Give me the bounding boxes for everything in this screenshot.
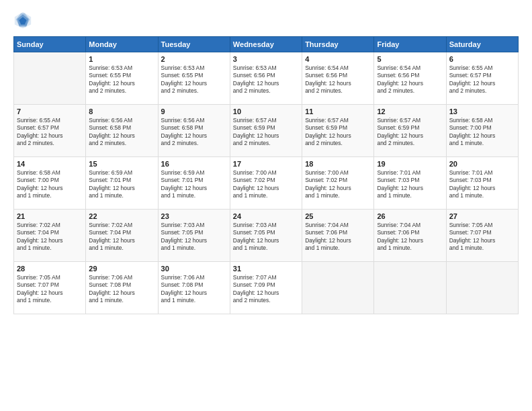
week-row-3: 14Sunrise: 6:58 AM Sunset: 7:00 PM Dayli… [14, 157, 519, 210]
cell-info: Sunrise: 6:55 AM Sunset: 6:57 PM Dayligh… [17, 117, 83, 148]
day-header-monday: Monday [86, 37, 158, 52]
week-row-1: 1Sunrise: 6:53 AM Sunset: 6:55 PM Daylig… [14, 52, 519, 105]
day-number: 7 [17, 107, 83, 116]
cell-info: Sunrise: 7:05 AM Sunset: 7:07 PM Dayligh… [449, 222, 515, 253]
day-number: 4 [305, 55, 371, 63]
day-number: 10 [233, 107, 299, 116]
day-number: 8 [89, 107, 154, 116]
calendar-cell: 27Sunrise: 7:05 AM Sunset: 7:07 PM Dayli… [446, 210, 518, 262]
day-number: 19 [377, 160, 443, 168]
day-number: 28 [17, 265, 83, 273]
week-row-2: 7Sunrise: 6:55 AM Sunset: 6:57 PM Daylig… [14, 105, 519, 157]
week-row-4: 21Sunrise: 7:02 AM Sunset: 7:04 PM Dayli… [14, 210, 519, 262]
cell-info: Sunrise: 6:58 AM Sunset: 7:00 PM Dayligh… [17, 169, 83, 200]
calendar-cell [374, 262, 446, 314]
calendar-cell: 2Sunrise: 6:53 AM Sunset: 6:55 PM Daylig… [158, 52, 230, 105]
calendar-cell: 22Sunrise: 7:02 AM Sunset: 7:04 PM Dayli… [86, 210, 158, 262]
day-header-saturday: Saturday [446, 37, 518, 52]
day-number: 16 [161, 160, 227, 168]
day-number: 13 [449, 107, 515, 116]
day-header-wednesday: Wednesday [230, 37, 302, 52]
calendar-cell: 7Sunrise: 6:55 AM Sunset: 6:57 PM Daylig… [14, 105, 86, 157]
calendar-cell: 24Sunrise: 7:03 AM Sunset: 7:05 PM Dayli… [230, 210, 302, 262]
days-header-row: SundayMondayTuesdayWednesdayThursdayFrid… [14, 37, 519, 52]
day-number: 15 [89, 160, 154, 168]
cell-info: Sunrise: 6:54 AM Sunset: 6:56 PM Dayligh… [377, 64, 443, 95]
cell-info: Sunrise: 7:06 AM Sunset: 7:08 PM Dayligh… [161, 274, 227, 305]
week-row-5: 28Sunrise: 7:05 AM Sunset: 7:07 PM Dayli… [14, 262, 519, 314]
day-number: 3 [233, 55, 299, 63]
calendar-cell: 4Sunrise: 6:54 AM Sunset: 6:56 PM Daylig… [302, 52, 374, 105]
calendar-cell: 26Sunrise: 7:04 AM Sunset: 7:06 PM Dayli… [374, 210, 446, 262]
day-header-thursday: Thursday [302, 37, 374, 52]
day-header-sunday: Sunday [14, 37, 86, 52]
cell-info: Sunrise: 6:54 AM Sunset: 6:56 PM Dayligh… [305, 64, 371, 95]
day-number: 22 [89, 212, 154, 220]
day-number: 21 [17, 212, 83, 220]
calendar-cell: 14Sunrise: 6:58 AM Sunset: 7:00 PM Dayli… [14, 157, 86, 210]
logo-icon [13, 11, 32, 30]
logo [13, 11, 35, 30]
day-number: 18 [305, 160, 371, 168]
cell-info: Sunrise: 6:53 AM Sunset: 6:55 PM Dayligh… [89, 64, 154, 95]
page: SundayMondayTuesdayWednesdayThursdayFrid… [0, 0, 532, 411]
cell-info: Sunrise: 7:03 AM Sunset: 7:05 PM Dayligh… [233, 222, 299, 253]
cell-info: Sunrise: 7:03 AM Sunset: 7:05 PM Dayligh… [161, 222, 227, 253]
day-number: 24 [233, 212, 299, 220]
cell-info: Sunrise: 6:55 AM Sunset: 6:57 PM Dayligh… [449, 64, 515, 95]
day-number: 29 [89, 265, 154, 273]
cell-info: Sunrise: 6:58 AM Sunset: 7:00 PM Dayligh… [449, 117, 515, 148]
day-number: 6 [449, 55, 515, 63]
day-number: 20 [449, 160, 515, 168]
calendar-cell: 28Sunrise: 7:05 AM Sunset: 7:07 PM Dayli… [14, 262, 86, 314]
calendar-cell: 11Sunrise: 6:57 AM Sunset: 6:59 PM Dayli… [302, 105, 374, 157]
day-number: 5 [377, 55, 443, 63]
calendar-cell [302, 262, 374, 314]
day-number: 31 [233, 265, 299, 273]
cell-info: Sunrise: 6:57 AM Sunset: 6:59 PM Dayligh… [377, 117, 443, 148]
day-header-tuesday: Tuesday [158, 37, 230, 52]
day-number: 9 [161, 107, 227, 116]
calendar-cell: 13Sunrise: 6:58 AM Sunset: 7:00 PM Dayli… [446, 105, 518, 157]
calendar-cell: 3Sunrise: 6:53 AM Sunset: 6:56 PM Daylig… [230, 52, 302, 105]
calendar-cell: 19Sunrise: 7:01 AM Sunset: 7:03 PM Dayli… [374, 157, 446, 210]
cell-info: Sunrise: 7:01 AM Sunset: 7:03 PM Dayligh… [377, 169, 443, 200]
calendar-cell [14, 52, 86, 105]
cell-info: Sunrise: 7:00 AM Sunset: 7:02 PM Dayligh… [305, 169, 371, 200]
calendar-cell: 21Sunrise: 7:02 AM Sunset: 7:04 PM Dayli… [14, 210, 86, 262]
cell-info: Sunrise: 7:02 AM Sunset: 7:04 PM Dayligh… [17, 222, 83, 253]
cell-info: Sunrise: 7:07 AM Sunset: 7:09 PM Dayligh… [233, 274, 299, 305]
cell-info: Sunrise: 6:53 AM Sunset: 6:56 PM Dayligh… [233, 64, 299, 95]
cell-info: Sunrise: 7:02 AM Sunset: 7:04 PM Dayligh… [89, 222, 154, 253]
cell-info: Sunrise: 7:04 AM Sunset: 7:06 PM Dayligh… [305, 222, 371, 253]
calendar-cell: 8Sunrise: 6:56 AM Sunset: 6:58 PM Daylig… [86, 105, 158, 157]
day-header-friday: Friday [374, 37, 446, 52]
calendar-cell: 10Sunrise: 6:57 AM Sunset: 6:59 PM Dayli… [230, 105, 302, 157]
calendar-cell [446, 262, 518, 314]
calendar-table: SundayMondayTuesdayWednesdayThursdayFrid… [13, 36, 519, 314]
calendar-cell: 12Sunrise: 6:57 AM Sunset: 6:59 PM Dayli… [374, 105, 446, 157]
header [13, 11, 519, 30]
cell-info: Sunrise: 6:59 AM Sunset: 7:01 PM Dayligh… [161, 169, 227, 200]
calendar-cell: 29Sunrise: 7:06 AM Sunset: 7:08 PM Dayli… [86, 262, 158, 314]
cell-info: Sunrise: 6:53 AM Sunset: 6:55 PM Dayligh… [161, 64, 227, 95]
cell-info: Sunrise: 7:04 AM Sunset: 7:06 PM Dayligh… [377, 222, 443, 253]
cell-info: Sunrise: 6:57 AM Sunset: 6:59 PM Dayligh… [305, 117, 371, 148]
calendar-cell: 23Sunrise: 7:03 AM Sunset: 7:05 PM Dayli… [158, 210, 230, 262]
day-number: 26 [377, 212, 443, 220]
day-number: 17 [233, 160, 299, 168]
calendar-cell: 30Sunrise: 7:06 AM Sunset: 7:08 PM Dayli… [158, 262, 230, 314]
day-number: 1 [89, 55, 154, 63]
day-number: 12 [377, 107, 443, 116]
cell-info: Sunrise: 7:00 AM Sunset: 7:02 PM Dayligh… [233, 169, 299, 200]
cell-info: Sunrise: 6:56 AM Sunset: 6:58 PM Dayligh… [161, 117, 227, 148]
cell-info: Sunrise: 7:06 AM Sunset: 7:08 PM Dayligh… [89, 274, 154, 305]
cell-info: Sunrise: 6:56 AM Sunset: 6:58 PM Dayligh… [89, 117, 154, 148]
day-number: 27 [449, 212, 515, 220]
calendar-cell: 1Sunrise: 6:53 AM Sunset: 6:55 PM Daylig… [86, 52, 158, 105]
calendar-cell: 9Sunrise: 6:56 AM Sunset: 6:58 PM Daylig… [158, 105, 230, 157]
calendar-cell: 6Sunrise: 6:55 AM Sunset: 6:57 PM Daylig… [446, 52, 518, 105]
day-number: 30 [161, 265, 227, 273]
calendar-cell: 31Sunrise: 7:07 AM Sunset: 7:09 PM Dayli… [230, 262, 302, 314]
calendar-cell: 16Sunrise: 6:59 AM Sunset: 7:01 PM Dayli… [158, 157, 230, 210]
